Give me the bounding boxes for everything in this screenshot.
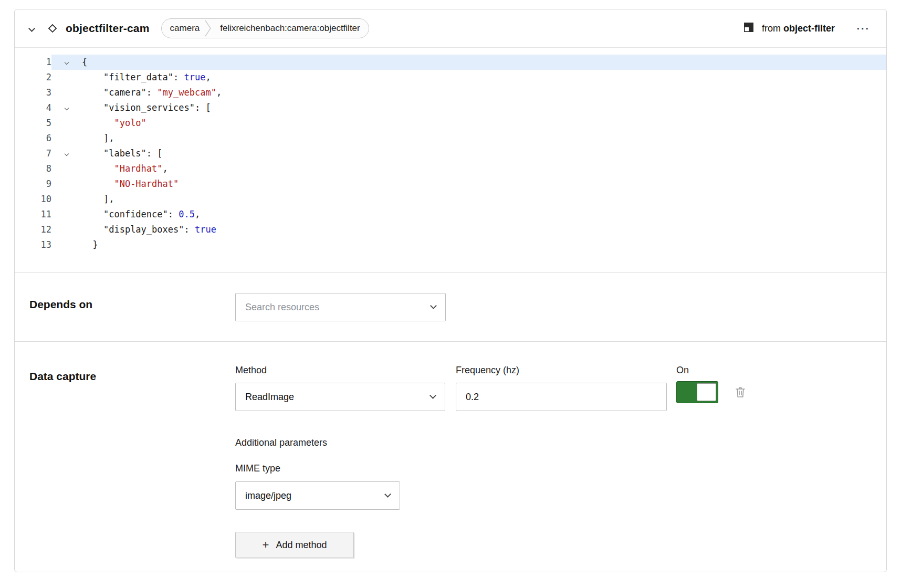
code-line: 8 "Hardhat", [15, 161, 886, 176]
badge-separator-chevron-icon [205, 19, 212, 38]
code-token: "labels" [103, 146, 146, 161]
component-name: objectfilter-cam [66, 22, 150, 35]
component-type-badge: camera [162, 23, 205, 34]
fold-chevron-icon[interactable] [51, 61, 82, 64]
component-diamond-icon [47, 23, 58, 34]
chevron-down-icon [430, 302, 437, 309]
code-line-content: "filter_data": true, [51, 70, 886, 85]
code-token: ], [82, 192, 114, 207]
depends-on-section: Depends on Search resources [15, 273, 886, 342]
component-card-header: objectfilter-cam camera felixreichenbach… [15, 9, 886, 48]
data-capture-content: Method ReadImage Frequency (hz) On [235, 365, 747, 558]
capture-on-toggle[interactable] [676, 381, 718, 403]
code-token: { [82, 55, 87, 70]
code-token [82, 70, 103, 85]
data-capture-section: Data capture Method ReadImage Frequency … [15, 342, 886, 572]
code-line-content: "display_boxes": true [51, 222, 886, 237]
code-token: , [163, 161, 168, 176]
code-token [82, 222, 103, 237]
code-token: : [ [146, 146, 163, 161]
fold-chevron-icon[interactable] [51, 107, 82, 110]
code-token [82, 116, 114, 131]
frequency-label: Frequency (hz) [456, 365, 667, 376]
code-line-content: "NO-Hardhat" [51, 176, 886, 192]
toggle-knob [697, 383, 716, 401]
fragment-name: object-filter [783, 23, 835, 34]
line-number: 7 [15, 146, 51, 161]
code-line: 9 "NO-Hardhat" [15, 176, 886, 192]
additional-parameters-label: Additional parameters [235, 437, 747, 448]
code-line-content: "Hardhat", [51, 161, 886, 176]
code-token: "confidence" [103, 207, 168, 222]
code-line: 4 "vision_services": [ [15, 100, 886, 116]
code-token: , [216, 85, 222, 100]
code-line-content: } [51, 237, 886, 253]
code-line-content: "camera": "my_webcam", [51, 85, 886, 100]
code-line-content: "yolo" [51, 116, 886, 131]
component-type-model-badge: camera felixreichenbach:camera:objectfil… [161, 18, 369, 38]
code-lines: 1{2 "filter_data": true,3 "camera": "my_… [15, 55, 886, 253]
method-select[interactable]: ReadImage [235, 383, 445, 411]
code-line-content: "confidence": 0.5, [51, 207, 886, 222]
code-token: "vision_services" [103, 100, 195, 116]
depends-on-placeholder: Search resources [245, 302, 319, 313]
collapse-chevron-icon[interactable] [29, 26, 34, 31]
frequency-input[interactable] [466, 392, 657, 403]
code-token [82, 146, 103, 161]
line-number: 6 [15, 131, 51, 146]
code-line: 2 "filter_data": true, [15, 70, 886, 85]
chevron-down-icon [429, 392, 436, 399]
code-token [82, 85, 103, 100]
code-line-content: "vision_services": [ [51, 100, 886, 116]
mime-type-label: MIME type [235, 463, 747, 474]
component-card: objectfilter-cam camera felixreichenbach… [14, 9, 887, 572]
component-model-badge: felixreichenbach:camera:objectfilter [212, 23, 368, 34]
from-prefix: from [762, 23, 781, 34]
mime-type-select[interactable]: image/jpeg [235, 481, 400, 510]
code-token: , [195, 207, 200, 222]
chevron-down-icon [384, 491, 391, 498]
line-number: 13 [15, 237, 51, 253]
code-line: 12 "display_boxes": true [15, 222, 886, 237]
add-method-button[interactable]: + Add method [235, 532, 354, 558]
code-line: 13 } [15, 237, 886, 253]
code-line: 3 "camera": "my_webcam", [15, 85, 886, 100]
code-line-content: ], [51, 131, 886, 146]
code-line-content: ], [51, 192, 886, 207]
code-token: "NO-Hardhat" [114, 176, 179, 192]
delete-method-trash-icon[interactable] [734, 385, 747, 399]
line-number: 8 [15, 161, 51, 176]
code-token: ], [82, 131, 114, 146]
depends-on-heading: Depends on [29, 298, 235, 311]
code-token: "yolo" [114, 116, 146, 131]
plus-icon: + [263, 539, 269, 551]
code-token: : [184, 222, 194, 237]
code-token: true [195, 222, 216, 237]
code-token: : [146, 85, 157, 100]
code-token: "filter_data" [103, 70, 173, 85]
code-line: 11 "confidence": 0.5, [15, 207, 886, 222]
line-number: 9 [15, 176, 51, 192]
line-number: 5 [15, 116, 51, 131]
line-number: 12 [15, 222, 51, 237]
fold-chevron-icon[interactable] [51, 152, 82, 155]
code-line: 7 "labels": [ [15, 146, 886, 161]
code-token [82, 176, 114, 192]
code-line: 1{ [15, 55, 886, 70]
code-token: "Hardhat" [114, 161, 162, 176]
depends-on-select[interactable]: Search resources [235, 293, 446, 321]
mime-type-value: image/jpeg [245, 490, 291, 501]
from-fragment-label: from object-filter [762, 23, 835, 34]
code-token: "display_boxes" [103, 222, 184, 237]
more-options-menu-icon[interactable]: ⋯ [854, 22, 873, 35]
attributes-code-editor[interactable]: 1{2 "filter_data": true,3 "camera": "my_… [15, 48, 886, 273]
frequency-input-wrap [456, 383, 667, 411]
line-number: 4 [15, 100, 51, 116]
code-token: true [184, 70, 206, 85]
code-token: : [173, 70, 184, 85]
code-token: : [ [195, 100, 211, 116]
code-token: : [168, 207, 179, 222]
code-line: 5 "yolo" [15, 116, 886, 131]
line-number: 1 [15, 55, 51, 70]
add-method-label: Add method [276, 540, 327, 551]
